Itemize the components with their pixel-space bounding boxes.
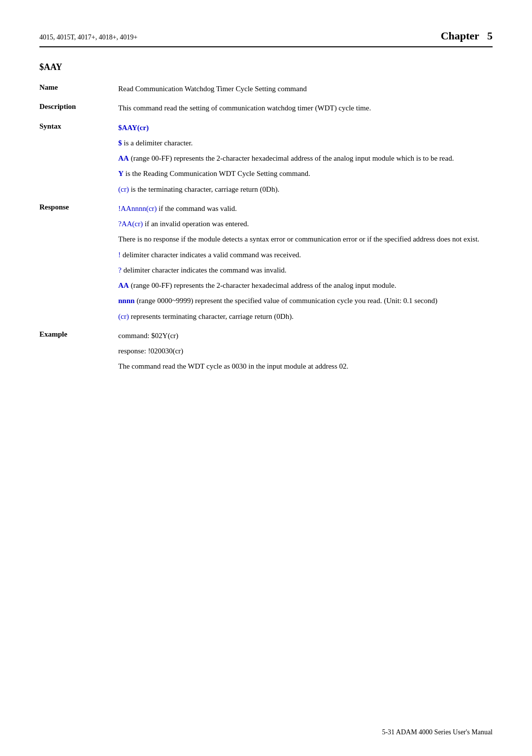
response-valid-line: !AAnnnn(cr) if the command was valid. (118, 203, 493, 214)
syntax-dollar-line: $ is a delimiter character. (118, 137, 493, 149)
response-quest-line: ? delimiter character indicates the comm… (118, 265, 493, 276)
syntax-dollar-sign: $ (118, 139, 122, 147)
response-label: Response (39, 201, 118, 324)
response-invalid-prefix: ?AA(cr) (118, 220, 143, 228)
description-row: Description This command read the settin… (39, 101, 493, 116)
example-response-text: response: !020030(cr) (118, 347, 183, 355)
example-explanation-text: The command read the WDT cycle as 0030 i… (118, 362, 348, 370)
example-command-text: command: $02Y(cr) (118, 332, 178, 340)
syntax-y-desc: is the Reading Communication WDT Cycle S… (126, 170, 310, 177)
response-valid-desc: if the command was valid. (159, 205, 237, 212)
syntax-cr-desc: is the terminating character, carriage r… (131, 185, 279, 193)
syntax-value: $AAY(cr) $ is a delimiter character. AA … (118, 120, 493, 197)
response-nnnn-desc: (range 0000~9999) represent the specifie… (136, 297, 437, 305)
description-value: This command read the setting of communi… (118, 101, 493, 116)
syntax-aa-desc: (range 00-FF) represents the 2-character… (131, 154, 454, 162)
content-table: Name Read Communication Watchdog Timer C… (39, 81, 493, 375)
example-command-line: command: $02Y(cr) (118, 330, 493, 342)
response-cr2-line: (cr) represents terminating character, c… (118, 311, 493, 322)
response-aa2-line: AA (range 00-FF) represents the 2-charac… (118, 280, 493, 291)
syntax-cr-line: (cr) is the terminating character, carri… (118, 184, 493, 195)
response-excl-sign: ! (118, 251, 121, 259)
header-chapter: Chapter 5 (441, 30, 493, 42)
response-quest-sign: ? (118, 266, 122, 274)
response-invalid-line: ?AA(cr) if an invalid operation was ente… (118, 218, 493, 230)
page-header: 4015, 4015T, 4017+, 4018+, 4019+ Chapter… (39, 30, 493, 47)
response-noresponse-line: There is no response if the module detec… (118, 234, 493, 245)
syntax-main-line: $AAY(cr) (118, 122, 493, 134)
description-label: Description (39, 101, 118, 116)
header-chapter-number: 5 (487, 30, 493, 42)
page: 4015, 4015T, 4017+, 4018+, 4019+ Chapter… (0, 0, 532, 756)
syntax-main-text: $AAY(cr) (118, 124, 149, 132)
response-valid-prefix: !AAnnnn(cr) (118, 205, 157, 212)
syntax-aa-sign: AA (118, 154, 129, 162)
header-chapter-word: Chapter (441, 30, 479, 42)
response-nnnn-sign: nnnn (118, 297, 134, 305)
response-nnnn-line: nnnn (range 0000~9999) represent the spe… (118, 295, 493, 307)
description-text: This command read the setting of communi… (118, 103, 493, 114)
example-response-line: response: !020030(cr) (118, 345, 493, 357)
response-invalid-desc: if an invalid operation was entered. (145, 220, 249, 228)
example-label: Example (39, 328, 118, 375)
name-value: Read Communication Watchdog Timer Cycle … (118, 81, 493, 97)
page-footer: 5-31 ADAM 4000 Series User's Manual (382, 728, 493, 736)
response-aa2-desc: (range 00-FF) represents the 2-character… (131, 281, 396, 289)
syntax-label: Syntax (39, 120, 118, 197)
syntax-y-line: Y is the Reading Communication WDT Cycle… (118, 168, 493, 179)
name-label: Name (39, 81, 118, 97)
example-row: Example command: $02Y(cr) response: !020… (39, 328, 493, 375)
response-value: !AAnnnn(cr) if the command was valid. ?A… (118, 201, 493, 324)
response-cr2-desc: represents terminating character, carria… (131, 312, 293, 320)
response-cr2-sign: (cr) (118, 312, 129, 320)
syntax-row: Syntax $AAY(cr) $ is a delimiter charact… (39, 120, 493, 197)
example-explanation-line: The command read the WDT cycle as 0030 i… (118, 361, 493, 372)
syntax-dollar-desc: is a delimiter character. (124, 139, 193, 147)
command-title: $AAY (39, 62, 493, 72)
example-value: command: $02Y(cr) response: !020030(cr) … (118, 328, 493, 375)
response-noresponse-text: There is no response if the module detec… (118, 235, 479, 243)
response-quest-desc: delimiter character indicates the comman… (123, 266, 286, 274)
header-model-numbers: 4015, 4015T, 4017+, 4018+, 4019+ (39, 34, 137, 41)
response-row: Response !AAnnnn(cr) if the command was … (39, 201, 493, 324)
name-text: Read Communication Watchdog Timer Cycle … (118, 83, 493, 95)
response-excl-desc: delimiter character indicates a valid co… (123, 251, 301, 259)
syntax-cr-sign: (cr) (118, 185, 129, 193)
response-excl-line: ! delimiter character indicates a valid … (118, 249, 493, 261)
name-row: Name Read Communication Watchdog Timer C… (39, 81, 493, 97)
syntax-aa-line: AA (range 00-FF) represents the 2-charac… (118, 153, 493, 164)
syntax-y-sign: Y (118, 170, 124, 177)
response-aa2-sign: AA (118, 281, 129, 289)
